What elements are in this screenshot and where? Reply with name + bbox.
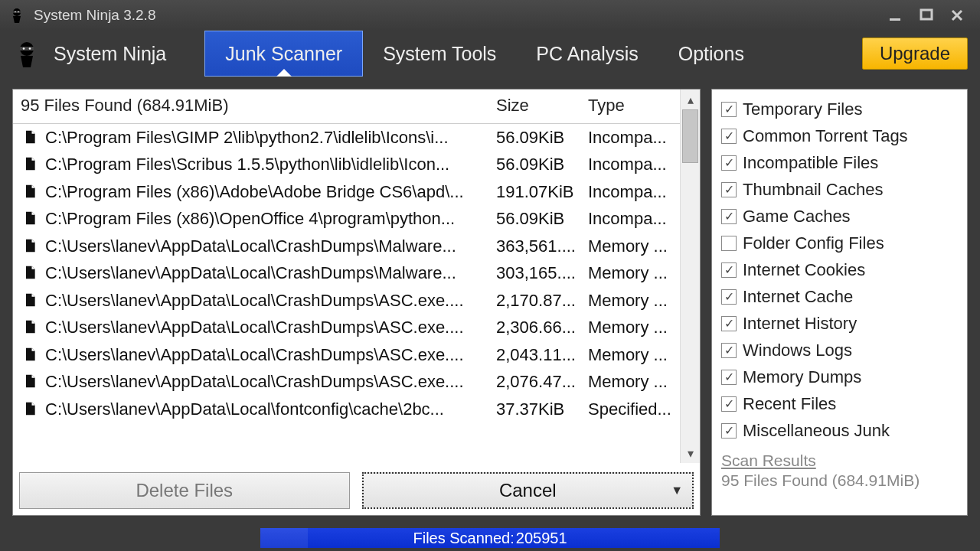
file-icon [22, 319, 39, 336]
tab-system-tools[interactable]: System Tools [363, 31, 516, 77]
file-row[interactable]: C:\Program Files\GIMP 2\lib\python2.7\id… [13, 124, 680, 152]
tab-pc-analysis[interactable]: PC Analysis [516, 31, 658, 77]
category-item[interactable]: Thumbnail Caches [721, 176, 958, 203]
file-path: C:\Program Files (x86)\OpenOffice 4\prog… [45, 209, 488, 229]
checkbox[interactable] [721, 129, 737, 144]
scan-results-header[interactable]: Scan Results [721, 452, 958, 470]
category-item[interactable]: Windows Logs [721, 337, 958, 364]
file-icon [22, 373, 39, 390]
scroll-thumb[interactable] [682, 109, 698, 163]
tab-options[interactable]: Options [658, 31, 764, 77]
svg-point-3 [18, 11, 19, 13]
checkbox[interactable] [721, 182, 737, 197]
checkbox[interactable] [721, 289, 737, 305]
scroll-down-icon[interactable]: ▾ [681, 443, 700, 463]
file-row[interactable]: C:\Users\lanev\AppData\Local\CrashDumps\… [13, 315, 680, 342]
category-item[interactable]: Common Torrent Tags [721, 122, 958, 149]
file-list-header[interactable]: 95 Files Found (684.91MiB) Size Type [13, 90, 680, 124]
file-type: Incompa... [580, 128, 680, 148]
main-tabs: System Ninja Junk Scanner System Tools P… [0, 31, 980, 77]
close-button[interactable] [942, 0, 972, 31]
file-rows: C:\Program Files\GIMP 2\lib\python2.7\id… [13, 124, 680, 429]
checkbox[interactable] [721, 316, 737, 331]
category-item[interactable]: Memory Dumps [721, 364, 958, 390]
file-path: C:\Users\lanev\AppData\Local\CrashDumps\… [45, 236, 488, 256]
svg-rect-7 [20, 47, 34, 51]
file-list-panel: 95 Files Found (684.91MiB) Size Type C:\… [12, 89, 701, 516]
category-item[interactable]: Internet Cookies [721, 256, 958, 283]
category-label: Recent Files [743, 394, 836, 414]
scan-results-value: 95 Files Found (684.91MiB) [721, 471, 958, 490]
file-row[interactable]: C:\Users\lanev\AppData\Local\fontconfig\… [13, 396, 680, 423]
file-row[interactable]: C:\Program Files (x86)\Adobe\Adobe Bridg… [13, 178, 680, 206]
category-item[interactable]: Internet History [721, 310, 958, 337]
file-icon [22, 238, 39, 255]
file-path: C:\Users\lanev\AppData\Local\fontconfig\… [45, 426, 488, 429]
file-icon [22, 210, 39, 227]
checkbox[interactable] [721, 343, 737, 358]
category-item[interactable]: Game Caches [721, 203, 958, 230]
file-path: C:\Users\lanev\AppData\Local\fontconfig\… [45, 399, 488, 419]
file-path: C:\Users\lanev\AppData\Local\CrashDumps\… [45, 263, 488, 283]
file-type: Specified... [580, 399, 680, 419]
file-row[interactable]: C:\Users\lanev\AppData\Local\CrashDumps\… [13, 369, 680, 396]
category-item[interactable]: Recent Files [721, 390, 958, 417]
file-list-scrollbar[interactable]: ▴ ▾ [680, 90, 700, 463]
delete-files-button[interactable]: Delete Files [19, 472, 350, 509]
checkbox[interactable] [721, 262, 737, 278]
category-item[interactable]: Internet Cache [721, 283, 958, 310]
maximize-button[interactable] [911, 0, 942, 31]
cancel-label: Cancel [499, 480, 557, 501]
cancel-scan-button[interactable]: Cancel ▼ [362, 472, 694, 509]
brand-icon [8, 31, 46, 77]
file-row[interactable]: C:\Users\lanev\AppData\Local\CrashDumps\… [13, 260, 680, 288]
svg-rect-5 [921, 10, 932, 19]
file-type: Specified... [580, 426, 680, 429]
file-size: 56.09KiB [488, 209, 580, 229]
categories-panel: Temporary FilesCommon Torrent TagsIncomp… [711, 89, 968, 516]
svg-point-8 [23, 47, 25, 50]
category-item[interactable]: Folder Config Files [721, 230, 958, 256]
category-item[interactable]: Incompatible Files [721, 149, 958, 176]
scroll-up-icon[interactable]: ▴ [681, 90, 700, 109]
checkbox[interactable] [721, 155, 737, 171]
file-row[interactable]: C:\Users\lanev\AppData\Local\CrashDumps\… [13, 233, 680, 260]
minimize-button[interactable] [880, 0, 911, 31]
checkbox[interactable] [721, 102, 737, 117]
file-row[interactable]: C:\Users\lanev\AppData\Local\CrashDumps\… [13, 287, 680, 315]
category-item[interactable]: Miscellaneous Junk [721, 417, 958, 444]
column-header-type[interactable]: Type [580, 90, 680, 123]
files-found-label: 95 Files Found (684.91MiB) [13, 90, 488, 123]
category-label: Internet Cache [743, 287, 853, 307]
file-size: 191.07KiB [488, 182, 580, 202]
checkbox[interactable] [721, 236, 737, 251]
file-size: 56.09KiB [488, 155, 580, 174]
category-label: Thumbnail Caches [743, 180, 883, 200]
checkbox[interactable] [721, 423, 737, 439]
file-size: 56.09KiB [488, 128, 580, 148]
category-item[interactable]: Temporary Files [721, 96, 958, 122]
file-row[interactable]: C:\Users\lanev\AppData\Local\CrashDumps\… [13, 341, 680, 369]
file-size: 2,076.47... [488, 372, 580, 392]
file-type: Incompa... [580, 209, 680, 229]
file-type: Memory ... [580, 372, 680, 392]
column-header-size[interactable]: Size [488, 90, 580, 123]
titlebar[interactable]: System Ninja 3.2.8 [0, 0, 980, 31]
checkbox[interactable] [721, 396, 737, 412]
checkbox[interactable] [721, 209, 737, 224]
file-row[interactable]: C:\Program Files\Scribus 1.5.5\python\li… [13, 152, 680, 179]
file-icon [22, 129, 39, 146]
file-row[interactable]: C:\Program Files (x86)\OpenOffice 4\prog… [13, 206, 680, 233]
file-icon [22, 401, 39, 418]
file-icon [22, 292, 39, 309]
checkbox[interactable] [721, 370, 737, 385]
brand-label[interactable]: System Ninja [46, 31, 204, 77]
file-row[interactable]: C:\Users\lanev\AppData\Local\fontconfig\… [13, 423, 680, 429]
category-label: Windows Logs [743, 341, 852, 360]
file-type: Memory ... [580, 236, 680, 256]
file-icon [22, 156, 39, 173]
upgrade-button[interactable]: Upgrade [862, 37, 968, 70]
tab-junk-scanner[interactable]: Junk Scanner [204, 31, 363, 77]
svg-point-2 [15, 11, 16, 13]
file-size: 363,561.... [488, 236, 580, 256]
